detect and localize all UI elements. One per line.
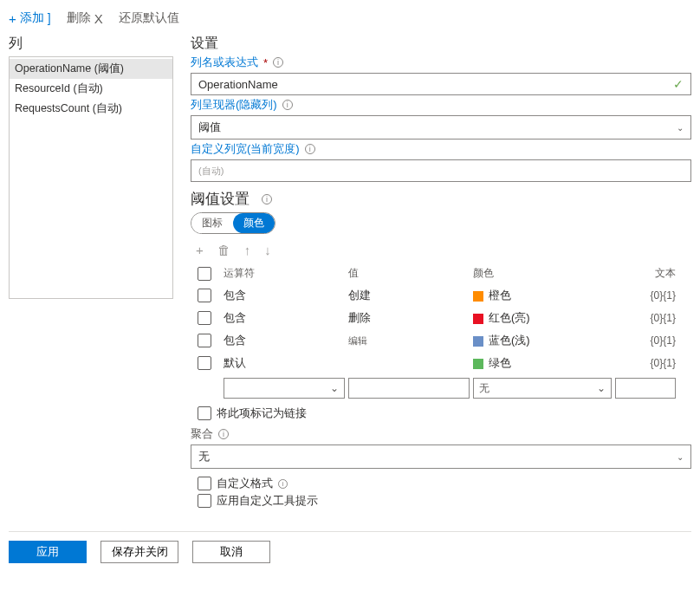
toggle-icon-option[interactable]: 图标 <box>191 213 233 233</box>
row-operator: 默认 <box>224 355 345 371</box>
column-item[interactable]: OperationName (阈值) <box>10 59 172 79</box>
row-text: {0}{1} <box>615 357 676 369</box>
top-toolbar: + 添加 ] 删除 X 还原默认值 <box>9 7 691 35</box>
row-text: {0}{1} <box>615 312 676 324</box>
info-icon[interactable]: i <box>273 57 283 68</box>
row-color: 红色(亮) <box>473 310 612 326</box>
select-all-checkbox[interactable] <box>198 267 211 281</box>
make-link-label: 将此项标记为链接 <box>217 406 307 421</box>
info-icon[interactable]: i <box>278 479 288 489</box>
column-item[interactable]: RequestsCount (自动) <box>10 99 172 119</box>
threshold-header-row: 阈值设置 i <box>191 189 691 209</box>
row-checkbox[interactable] <box>198 311 211 325</box>
plus-icon: + <box>9 11 16 26</box>
row-operator: 包含 <box>224 333 345 348</box>
info-icon[interactable]: i <box>305 144 315 154</box>
value-input[interactable] <box>348 378 470 399</box>
custom-format-checkbox[interactable] <box>198 477 211 490</box>
check-icon: ✓ <box>673 77 684 91</box>
row-color: 橙色 <box>473 288 612 303</box>
threshold-table-header: 运算符 值 颜色 文本 <box>191 263 691 284</box>
threshold-row[interactable]: 默认 绿色 {0}{1} <box>191 352 691 374</box>
color-swatch <box>473 336 483 347</box>
operator-select[interactable]: ⌄ <box>224 378 345 399</box>
column-listbox[interactable]: OperationName (阈值) ResourceId (自动) Reque… <box>9 56 173 299</box>
make-link-row: 将此项标记为链接 <box>191 406 691 421</box>
save-close-button[interactable]: 保存并关闭 <box>100 541 178 563</box>
row-operator: 包含 <box>224 310 345 326</box>
row-value: 编辑 <box>348 334 470 347</box>
chevron-down-icon: ⌄ <box>597 382 606 394</box>
delete-threshold-button[interactable]: 🗑 <box>217 243 230 257</box>
footer: 应用 保存并关闭 取消 <box>9 531 691 568</box>
row-text: {0}{1} <box>615 334 676 347</box>
col-value: 值 <box>348 266 470 281</box>
text-input[interactable] <box>615 378 676 399</box>
col-operator: 运算符 <box>224 266 345 281</box>
settings-pane: 设置 列名或表达式 * i OperationName ✓ 列呈现器(隐藏列) … <box>191 35 691 509</box>
info-icon[interactable]: i <box>218 429 229 439</box>
threshold-mini-toolbar: + 🗑 ↑ ↓ <box>191 243 691 257</box>
chevron-down-icon: ⌄ <box>677 123 684 133</box>
agg-value: 无 <box>198 449 210 464</box>
color-select[interactable]: 无⌄ <box>473 378 612 399</box>
agg-label-row: 聚合 i <box>191 426 691 442</box>
renderer-select[interactable]: 阈值 ⌄ <box>191 115 691 140</box>
row-value: 删除 <box>348 310 470 326</box>
tooltip-checkbox[interactable] <box>198 494 211 508</box>
row-checkbox[interactable] <box>198 334 211 347</box>
col-text: 文本 <box>615 266 676 281</box>
tooltip-row: 应用自定义工具提示 <box>191 493 691 509</box>
left-column: 列 OperationName (阈值) ResourceId (自动) Req… <box>9 35 173 509</box>
renderer-label-row: 列呈现器(隐藏列) i <box>191 97 691 113</box>
color-swatch <box>473 359 483 369</box>
restore-label: 还原默认值 <box>119 10 179 26</box>
move-down-button[interactable]: ↓ <box>264 243 271 257</box>
apply-button[interactable]: 应用 <box>9 541 87 563</box>
add-button[interactable]: + 添加 ] <box>9 10 51 26</box>
delete-button[interactable]: 删除 X <box>67 10 103 26</box>
threshold-settings-header: 阈值设置 <box>191 189 250 209</box>
move-up-button[interactable]: ↑ <box>244 243 251 257</box>
required-star: * <box>263 56 268 69</box>
renderer-label: 列呈现器(隐藏列) <box>191 97 277 113</box>
column-name-input[interactable]: OperationName ✓ <box>191 73 691 95</box>
color-swatch <box>473 314 483 324</box>
row-checkbox[interactable] <box>198 289 211 302</box>
columns-header: 列 <box>9 35 173 56</box>
threshold-table: 运算符 值 颜色 文本 包含 创建 橙色 {0}{1} 包含 删除 红色(亮) … <box>191 263 691 399</box>
threshold-row[interactable]: 包含 编辑 蓝色(浅) {0}{1} <box>191 329 691 352</box>
renderer-value: 阈值 <box>198 120 221 135</box>
threshold-row[interactable]: 包含 删除 红色(亮) {0}{1} <box>191 307 691 329</box>
color-swatch <box>473 291 483 302</box>
restore-defaults-button[interactable]: 还原默认值 <box>119 10 179 26</box>
row-checkbox[interactable] <box>198 356 211 370</box>
x-icon: X <box>94 11 103 26</box>
custom-format-label: 自定义格式 <box>217 476 273 491</box>
custom-width-label-row: 自定义列宽(当前宽度) i <box>191 141 691 157</box>
info-icon[interactable]: i <box>282 100 293 110</box>
info-icon[interactable]: i <box>262 194 272 204</box>
add-threshold-button[interactable]: + <box>196 243 204 257</box>
column-item[interactable]: ResourceId (自动) <box>10 79 172 99</box>
chevron-down-icon: ⌄ <box>330 382 339 394</box>
toggle-color-option[interactable]: 颜色 <box>233 213 275 233</box>
row-color: 蓝色(浅) <box>473 333 612 348</box>
delete-label: 删除 <box>67 10 91 26</box>
cancel-button[interactable]: 取消 <box>192 541 270 563</box>
row-color: 绿色 <box>473 355 612 371</box>
make-link-checkbox[interactable] <box>198 406 211 420</box>
custom-width-input[interactable]: (自动) <box>191 159 691 182</box>
column-name-label: 列名或表达式 <box>191 55 258 70</box>
row-operator: 包含 <box>224 288 345 303</box>
tooltip-label: 应用自定义工具提示 <box>217 493 318 509</box>
threshold-input-row: ⌄ 无⌄ <box>191 378 691 399</box>
agg-select[interactable]: 无 ⌄ <box>191 445 691 469</box>
custom-width-placeholder: (自动) <box>198 165 224 178</box>
settings-header: 设置 <box>191 35 691 53</box>
threshold-row[interactable]: 包含 创建 橙色 {0}{1} <box>191 284 691 307</box>
row-value: 创建 <box>348 288 470 303</box>
icon-color-toggle[interactable]: 图标 颜色 <box>191 212 275 234</box>
row-text: {0}{1} <box>615 289 676 302</box>
column-name-label-row: 列名或表达式 * i <box>191 55 691 70</box>
